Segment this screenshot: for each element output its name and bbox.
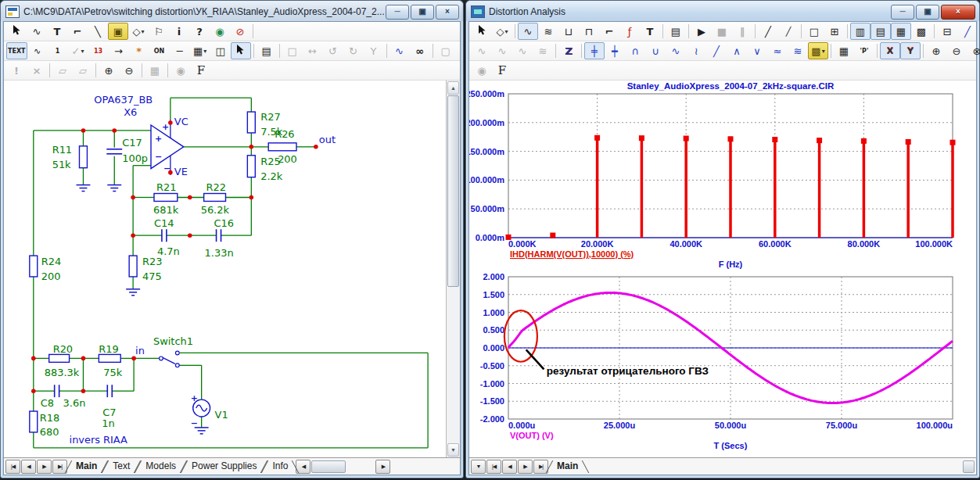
close-button[interactable]: × bbox=[941, 5, 975, 20]
vip-display-button[interactable]: ✓ bbox=[68, 42, 88, 59]
pattern-dots-button[interactable]: ▩ bbox=[911, 23, 932, 40]
box-select-button[interactable]: □ bbox=[282, 42, 303, 59]
minimize-button[interactable]: ─ bbox=[891, 5, 914, 20]
shape-tools-button[interactable]: ◇ bbox=[128, 23, 149, 40]
go-to-valley-button[interactable]: ∪ bbox=[645, 42, 666, 59]
component-mode-button[interactable]: ▣ bbox=[108, 23, 128, 40]
data-point-grid-button[interactable]: ⊞ bbox=[824, 23, 845, 40]
info-mode-button[interactable]: i bbox=[169, 23, 189, 40]
go-to-low-button[interactable]: ≀ bbox=[686, 42, 706, 59]
pattern-grid-button[interactable]: ▦ bbox=[891, 23, 911, 40]
split-plots-button[interactable]: ⊟ bbox=[937, 23, 957, 40]
go-to-inflection-button[interactable]: ╱ bbox=[706, 42, 727, 59]
restore-scales-button[interactable]: ⊗ bbox=[967, 42, 980, 59]
hscroll-right-icon[interactable]: ▶ bbox=[375, 460, 390, 474]
normalize-waveform-button[interactable]: Z bbox=[558, 42, 579, 59]
plot-function-button[interactable]: ƒ bbox=[619, 23, 640, 40]
tab-nav-button-2[interactable]: ◀ bbox=[502, 460, 517, 474]
properties-button[interactable]: ▤ bbox=[666, 23, 686, 40]
copy-picture-button[interactable]: ▱ bbox=[73, 62, 93, 79]
global-low-button[interactable]: ∨ bbox=[747, 42, 767, 59]
pause-button[interactable]: ‖ bbox=[732, 23, 752, 40]
find-button[interactable]: ∞ bbox=[410, 42, 430, 59]
properties-button[interactable]: ▤ bbox=[257, 42, 277, 59]
cursor-mode-button[interactable] bbox=[231, 42, 251, 59]
align-cursors-button[interactable]: ≋ bbox=[538, 23, 558, 40]
animate-options-button[interactable]: ▦ bbox=[145, 62, 165, 79]
vertical-tag-button[interactable]: ┿ bbox=[605, 42, 625, 59]
tab-main[interactable]: Main bbox=[69, 460, 104, 473]
tab-power-supplies[interactable]: Power Supplies bbox=[185, 460, 264, 473]
help-mode-button[interactable]: ? bbox=[189, 23, 210, 40]
scope-mode-button[interactable]: ∿ bbox=[518, 23, 538, 40]
tab-nav-button-1[interactable]: ◀ bbox=[21, 460, 36, 474]
select-tool-button[interactable] bbox=[472, 23, 492, 40]
zoom-out-button[interactable]: ⊖ bbox=[946, 42, 967, 59]
error-info-button[interactable]: ! bbox=[6, 62, 27, 79]
tab-info[interactable]: Info bbox=[265, 460, 295, 473]
select-tool-button[interactable] bbox=[6, 23, 27, 40]
tab-main[interactable]: Main bbox=[550, 460, 585, 473]
enable-disable-button[interactable]: ⊘ bbox=[230, 23, 250, 40]
tab-nav-button-2[interactable]: ▶ bbox=[37, 460, 52, 474]
condition-display-button[interactable]: ON bbox=[149, 42, 170, 59]
scroll-down-icon[interactable]: ▼ bbox=[447, 443, 459, 457]
tab-nav-button-1[interactable]: |◀ bbox=[486, 460, 501, 474]
tab-models[interactable]: Models bbox=[138, 460, 183, 473]
maximize-button[interactable]: ▣ bbox=[916, 5, 939, 20]
schematic-vertical-scrollbar[interactable]: ▲ ▼ bbox=[447, 81, 460, 457]
shape-tools-button[interactable]: ◇ bbox=[492, 23, 512, 40]
next-branch-button[interactable]: ≈ bbox=[767, 42, 788, 59]
schematic-canvas[interactable]: OPA637_BBX6VCVE++−−R1151kC17100pR277.5kR… bbox=[4, 81, 447, 457]
wire-segment-display-button[interactable]: ─ bbox=[170, 42, 190, 59]
globe-button[interactable]: ◉ bbox=[472, 62, 492, 79]
find-waveform-button[interactable]: ∿ bbox=[389, 42, 410, 59]
split-window-button[interactable]: ◫ bbox=[210, 42, 231, 59]
analysis-plot-panel[interactable]: 250.000m200.000m150.000m100.000m50.000m0… bbox=[469, 81, 976, 457]
go-to-high-button[interactable]: ∿ bbox=[666, 42, 686, 59]
font-tool-button[interactable]: F bbox=[492, 62, 512, 79]
cursor-left-button[interactable]: ∿ bbox=[472, 42, 492, 59]
web-info-button[interactable]: ◉ bbox=[210, 23, 230, 40]
waveform-branches-button[interactable]: ≋ bbox=[533, 42, 553, 59]
run-button[interactable]: ▶ bbox=[691, 23, 712, 40]
next-simulation-step-button[interactable]: ⌐ bbox=[599, 23, 619, 40]
scale-mode-button[interactable]: ⊓ bbox=[579, 23, 599, 40]
clear-errors-button[interactable]: × bbox=[27, 62, 47, 79]
stop-button[interactable]: ■ bbox=[712, 23, 732, 40]
close-button[interactable]: × bbox=[436, 5, 459, 20]
horizontal-tag-button[interactable]: ╪ bbox=[584, 42, 605, 59]
text-display-toggle-button[interactable]: TEXT bbox=[6, 42, 27, 59]
cursor-both-button[interactable]: ∿ bbox=[512, 42, 533, 59]
watch-window-button[interactable]: ▢ bbox=[436, 42, 456, 59]
tab-nav-button-0[interactable]: ▼ bbox=[471, 460, 486, 474]
numeric-output-button[interactable]: ▦ bbox=[834, 42, 854, 59]
copy-to-clipboard-button[interactable]: ▱ bbox=[52, 62, 73, 79]
polyline-tool-button[interactable]: ╱ bbox=[778, 23, 799, 40]
hscroll-fragment[interactable] bbox=[963, 460, 975, 473]
all-branches-button[interactable]: ≋ bbox=[788, 42, 808, 59]
maximize-button[interactable]: ▣ bbox=[411, 5, 434, 20]
hscroll-track[interactable] bbox=[346, 461, 375, 472]
node-numbers-display-button[interactable]: 1 bbox=[48, 42, 68, 59]
mirror-button[interactable]: Y bbox=[364, 42, 384, 59]
power-display-button[interactable]: * bbox=[129, 42, 149, 59]
attribute-text-display-button[interactable]: ∿ bbox=[27, 42, 48, 59]
rotate-left-button[interactable]: ↺ bbox=[323, 42, 343, 59]
hscroll-thumb[interactable] bbox=[311, 460, 346, 473]
text-mode-button[interactable]: T bbox=[47, 23, 67, 40]
scale-y-button[interactable]: Y bbox=[900, 42, 921, 59]
wire-mode-button[interactable]: ∿ bbox=[27, 23, 47, 40]
go-to-performance-button[interactable]: 'P' bbox=[854, 42, 874, 59]
horizontal-scrollbar[interactable]: ◀▶ bbox=[296, 460, 391, 473]
pattern-vertical-button[interactable]: ▥ bbox=[850, 23, 871, 40]
rotate-right-button[interactable]: ↻ bbox=[343, 42, 364, 59]
current-display-button[interactable]: → bbox=[109, 42, 129, 59]
pattern-horizontal-button[interactable]: ▤ bbox=[871, 23, 891, 40]
flag-mode-button[interactable]: ⚐ bbox=[149, 23, 169, 40]
tab-nav-button-3[interactable]: ▶ bbox=[518, 460, 533, 474]
go-to-peak-button[interactable]: ∩ bbox=[625, 42, 645, 59]
scroll-track[interactable] bbox=[447, 287, 460, 442]
color-tool-button[interactable]: ▩ bbox=[808, 42, 828, 59]
globe-button[interactable]: ◉ bbox=[171, 62, 191, 79]
